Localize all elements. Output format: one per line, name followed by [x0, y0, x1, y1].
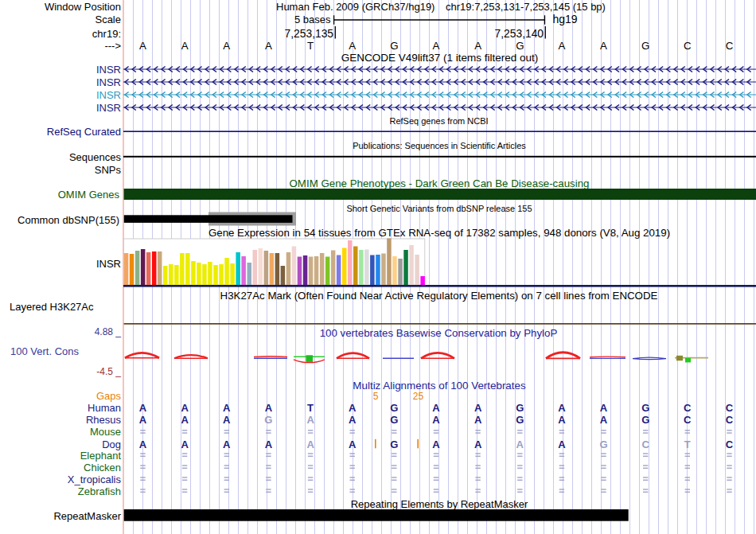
svg-text:A: A: [181, 439, 189, 450]
svg-text:A: A: [139, 40, 146, 52]
svg-text:7,253,135: 7,253,135: [285, 28, 334, 40]
svg-text:GENCODE V49lift37 (1 items fil: GENCODE V49lift37 (1 items filtered out): [341, 52, 539, 64]
svg-text:A: A: [432, 439, 440, 450]
svg-text:Chicken: Chicken: [84, 462, 121, 474]
svg-text:A: A: [139, 414, 147, 426]
svg-text:Elephant: Elephant: [80, 450, 122, 462]
svg-text:25: 25: [413, 391, 424, 402]
svg-text:INSR: INSR: [96, 76, 121, 88]
svg-text:A: A: [349, 402, 357, 414]
svg-text:RefSeq genes from NCBI: RefSeq genes from NCBI: [389, 116, 488, 126]
svg-text:INSR: INSR: [96, 258, 121, 270]
svg-text:Zebrafish: Zebrafish: [78, 485, 121, 497]
svg-text:Common dbSNP(155): Common dbSNP(155): [18, 214, 119, 226]
svg-text:G: G: [599, 439, 607, 450]
svg-text:A: A: [139, 439, 147, 450]
svg-text:7,253,140: 7,253,140: [495, 28, 544, 40]
svg-text:A: A: [474, 402, 482, 414]
svg-text:G: G: [390, 402, 398, 414]
svg-text:5 bases: 5 bases: [294, 14, 331, 25]
svg-text:A: A: [349, 414, 357, 426]
svg-text:A: A: [223, 439, 231, 450]
svg-text:chr19:7,253,131-7,253,145 (15: chr19:7,253,131-7,253,145 (15 bp): [446, 1, 606, 13]
svg-text:Multiz Alignments of 100 Verte: Multiz Alignments of 100 Vertebrates: [353, 380, 526, 392]
svg-text:Scale: Scale: [95, 14, 121, 25]
svg-text:A: A: [306, 414, 314, 426]
svg-text:A: A: [265, 402, 273, 414]
svg-text:A: A: [600, 402, 608, 414]
svg-text:INSR: INSR: [96, 102, 121, 114]
svg-text:A: A: [558, 414, 566, 426]
svg-text:X_tropicalis: X_tropicalis: [68, 474, 122, 485]
svg-text:hg19: hg19: [552, 13, 577, 25]
svg-text:SNPs: SNPs: [95, 164, 122, 176]
svg-text:A: A: [600, 414, 608, 426]
svg-text:100 Vert. Cons: 100 Vert. Cons: [10, 345, 79, 357]
svg-text:4.88 _: 4.88 _: [95, 326, 122, 337]
svg-text:A: A: [558, 40, 565, 52]
svg-text:A: A: [432, 402, 440, 414]
svg-text:C: C: [642, 439, 650, 450]
svg-text:A: A: [474, 414, 482, 426]
svg-text:100 vertebrates Basewise Conse: 100 vertebrates Basewise Conservation by…: [320, 327, 558, 339]
svg-text:G: G: [516, 414, 524, 426]
svg-text:Human Feb. 2009 (GRCh37/hg19): Human Feb. 2009 (GRCh37/hg19): [276, 1, 435, 13]
svg-text:A: A: [265, 439, 273, 450]
svg-text:A: A: [516, 439, 524, 450]
svg-text:A: A: [223, 40, 230, 52]
svg-text:RefSeq Curated: RefSeq Curated: [47, 126, 121, 138]
svg-text:Short Genetic Variants from db: Short Genetic Variants from dbSNP releas…: [346, 204, 532, 213]
svg-text:A: A: [433, 40, 440, 52]
svg-text:A: A: [223, 414, 231, 426]
svg-text:OMIM Gene Phenotypes - Dark Gr: OMIM Gene Phenotypes - Dark Green Can Be…: [290, 177, 590, 189]
svg-text:INSR: INSR: [96, 64, 121, 76]
svg-text:Gaps: Gaps: [96, 390, 122, 402]
svg-text:G: G: [641, 414, 649, 426]
svg-text:T: T: [307, 40, 314, 52]
svg-text:C: C: [684, 40, 692, 52]
svg-text:C: C: [726, 40, 734, 52]
svg-text:A: A: [474, 40, 481, 52]
svg-text:A: A: [223, 402, 231, 414]
svg-text:C: C: [684, 414, 692, 426]
svg-text:G: G: [264, 414, 272, 426]
svg-text:Mouse: Mouse: [90, 426, 121, 438]
svg-text:C: C: [726, 439, 734, 450]
svg-text:A: A: [558, 402, 566, 414]
svg-text:G: G: [641, 40, 649, 52]
svg-text:A: A: [558, 439, 566, 450]
svg-text:G: G: [641, 402, 649, 414]
svg-text:Dog: Dog: [102, 439, 121, 450]
svg-text:G: G: [390, 414, 398, 426]
svg-text:Publications: Sequences in Sci: Publications: Sequences in Scientific Ar…: [353, 141, 526, 150]
svg-text:RepeatMasker: RepeatMasker: [53, 510, 121, 522]
svg-text:Repeating Elements by RepeatMa: Repeating Elements by RepeatMasker: [351, 498, 528, 510]
svg-text:A: A: [349, 40, 356, 52]
svg-text:chr19:: chr19:: [92, 28, 121, 40]
svg-text:Window Position: Window Position: [45, 1, 121, 13]
svg-text:Sequences: Sequences: [69, 151, 122, 163]
svg-text:C: C: [726, 414, 734, 426]
svg-text:--->: --->: [104, 40, 121, 52]
svg-text:T: T: [307, 402, 314, 414]
svg-text:A: A: [181, 40, 189, 52]
svg-text:G: G: [390, 439, 398, 450]
svg-text:A: A: [181, 402, 189, 414]
svg-text:G: G: [516, 402, 524, 414]
svg-text:INSR: INSR: [96, 89, 121, 101]
svg-text:H3K27Ac Mark (Often Found Near: H3K27Ac Mark (Often Found Near Active Re…: [220, 290, 658, 302]
svg-text:Rhesus: Rhesus: [86, 414, 122, 426]
svg-text:A: A: [600, 40, 607, 52]
svg-text:G: G: [516, 40, 524, 52]
svg-text:5: 5: [373, 391, 379, 402]
svg-text:Gene Expression in 54 tissues: Gene Expression in 54 tissues from GTEx …: [208, 227, 670, 239]
svg-text:A: A: [474, 439, 482, 450]
svg-text:Human: Human: [88, 402, 121, 414]
svg-text:A: A: [139, 402, 147, 414]
svg-text:C: C: [684, 402, 692, 414]
svg-text:Layered H3K27Ac: Layered H3K27Ac: [10, 301, 94, 313]
svg-text:-4.5 _: -4.5 _: [96, 366, 121, 377]
svg-text:A: A: [181, 414, 189, 426]
svg-text:OMIM Genes: OMIM Genes: [58, 189, 120, 201]
svg-text:A: A: [306, 439, 314, 450]
